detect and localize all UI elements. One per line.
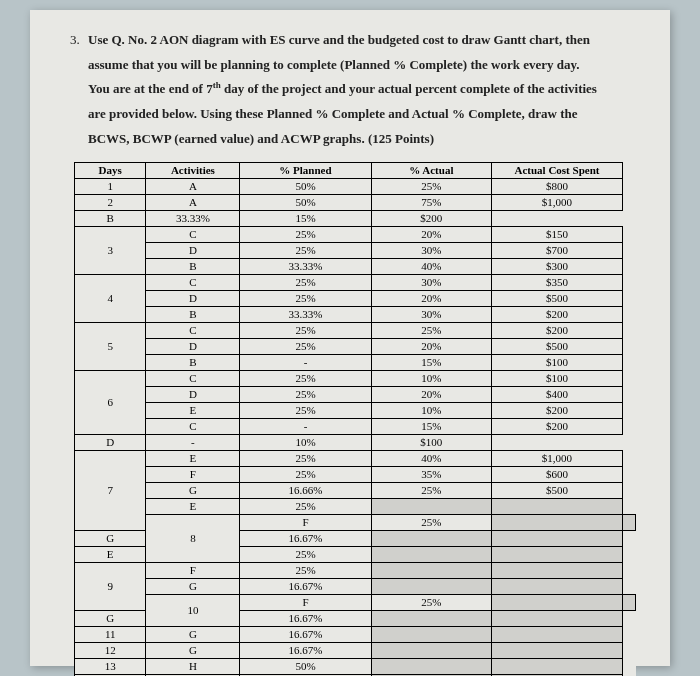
cell-planned: 25% (240, 466, 371, 482)
cell-spent (491, 530, 622, 546)
cell-activity: G (146, 642, 240, 658)
cell-spent: $300 (491, 258, 622, 274)
cell-activity: D (146, 242, 240, 258)
cell-spent: $150 (491, 226, 622, 242)
cell-planned: 25% (240, 386, 371, 402)
cell-actual: 75% (371, 194, 491, 210)
cell-activity: C (146, 226, 240, 242)
cell-actual: 30% (371, 274, 491, 290)
cell-actual: 10% (240, 434, 371, 450)
cell-actual (371, 610, 491, 626)
cell-actual: 10% (371, 402, 491, 418)
cell-actual: 25% (371, 322, 491, 338)
cell-planned: 25% (240, 226, 371, 242)
cell-actual (491, 594, 622, 610)
table-row: 13H50% (75, 658, 636, 674)
cell-day: 5 (75, 322, 146, 370)
table-row: 10F25% (75, 594, 636, 610)
cell-activity: D (75, 434, 146, 450)
cell-actual (371, 626, 491, 642)
cell-spent: $200 (491, 306, 622, 322)
cell-planned: 16.67% (240, 610, 371, 626)
cell-actual: 40% (371, 258, 491, 274)
table-row: G16.67% (75, 578, 636, 594)
table-row: D-10%$100 (75, 434, 636, 450)
cell-spent: $800 (491, 178, 622, 194)
cell-activity: G (146, 578, 240, 594)
table-row: 3C25%20%$150 (75, 226, 636, 242)
cell-activity: E (146, 402, 240, 418)
data-table: Days Activities % Planned % Actual Actua… (74, 162, 636, 676)
table-row: D25%30%$700 (75, 242, 636, 258)
cell-spent: $200 (491, 418, 622, 434)
cell-spent: $200 (491, 402, 622, 418)
cell-planned: 25% (240, 370, 371, 386)
cell-day: 7 (75, 450, 146, 530)
cell-actual (371, 562, 491, 578)
cell-spent: $100 (371, 434, 491, 450)
cell-activity: B (75, 210, 146, 226)
cell-activity: D (146, 386, 240, 402)
cell-day: 8 (146, 514, 240, 562)
cell-spent: $1,000 (491, 194, 622, 210)
cell-planned: 25% (240, 402, 371, 418)
cell-planned: 25% (240, 274, 371, 290)
cell-planned: - (146, 434, 240, 450)
table-row: B33.33%40%$300 (75, 258, 636, 274)
table-row: B33.33%15%$200 (75, 210, 636, 226)
cell-spent (491, 610, 622, 626)
table-row: F25%35%$600 (75, 466, 636, 482)
cell-activity: B (146, 354, 240, 370)
cell-spent: $500 (491, 338, 622, 354)
cell-spent (491, 658, 622, 674)
cell-planned: 25% (240, 338, 371, 354)
cell-actual (371, 530, 491, 546)
q-line-5a: BCWS, BCWP (earned value) and ACWP graph… (88, 131, 368, 146)
header-planned: % Planned (240, 162, 371, 178)
cell-activity: D (146, 290, 240, 306)
table-row: B-15%$100 (75, 354, 636, 370)
cell-spent: $600 (491, 466, 622, 482)
table-row: 5C25%25%$200 (75, 322, 636, 338)
cell-actual: 10% (371, 370, 491, 386)
cell-planned: - (240, 354, 371, 370)
cell-activity: G (75, 530, 146, 546)
q-line-2: assume that you will be planning to comp… (88, 57, 579, 72)
cell-spent (623, 514, 636, 530)
cell-spent: $200 (371, 210, 491, 226)
cell-actual (371, 546, 491, 562)
cell-spent: $200 (491, 322, 622, 338)
cell-spent: $500 (491, 482, 622, 498)
cell-actual: 20% (371, 386, 491, 402)
header-days: Days (75, 162, 146, 178)
cell-actual: 15% (371, 354, 491, 370)
header-activities: Activities (146, 162, 240, 178)
cell-planned: 16.67% (240, 578, 371, 594)
cell-spent (491, 626, 622, 642)
cell-actual: 15% (240, 210, 371, 226)
document-page: 3. Use Q. No. 2 AON diagram with ES curv… (30, 10, 670, 666)
table-row: 12G16.67% (75, 642, 636, 658)
cell-planned: 33.33% (240, 306, 371, 322)
question-text: 3. Use Q. No. 2 AON diagram with ES curv… (74, 28, 636, 152)
table-row: G16.66%25%$500 (75, 482, 636, 498)
cell-day: 4 (75, 274, 146, 322)
cell-actual: 20% (371, 290, 491, 306)
cell-planned: 33.33% (146, 210, 240, 226)
table-row: D25%20%$400 (75, 386, 636, 402)
cell-activity: G (146, 482, 240, 498)
cell-actual: 30% (371, 306, 491, 322)
cell-planned: 25% (371, 514, 491, 530)
cell-spent (491, 498, 622, 514)
cell-activity: F (146, 466, 240, 482)
q-line-5b: (125 Points) (368, 131, 434, 146)
cell-actual: 30% (371, 242, 491, 258)
cell-actual: 20% (371, 338, 491, 354)
cell-activity: B (146, 258, 240, 274)
table-row: 6C25%10%$100 (75, 370, 636, 386)
cell-activity: C (146, 370, 240, 386)
cell-planned: 25% (240, 242, 371, 258)
cell-day: 13 (75, 658, 146, 674)
cell-activity: A (146, 194, 240, 210)
cell-day: 9 (75, 562, 146, 610)
